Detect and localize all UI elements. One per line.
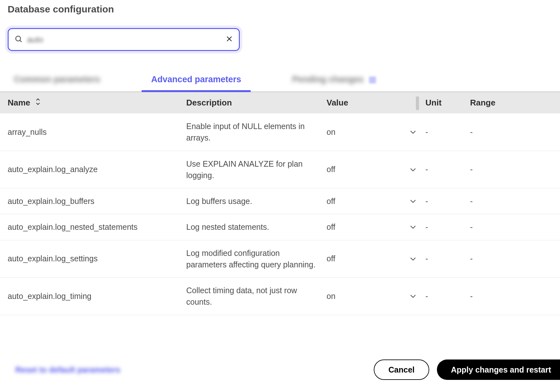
param-value: off — [327, 165, 335, 174]
table-row: auto_explain.log_buffersLog buffers usag… — [0, 188, 560, 214]
param-unit: - — [425, 165, 470, 174]
param-unit: - — [425, 292, 470, 301]
param-name: array_nulls — [8, 127, 186, 137]
column-name-header[interactable]: Name — [8, 98, 186, 108]
value-dropdown[interactable] — [409, 255, 417, 263]
parameters-table: Name Description Value Unit Range array_… — [0, 92, 560, 315]
column-description-header: Description — [186, 98, 327, 108]
param-value-cell: off — [327, 165, 425, 174]
column-label: Range — [470, 98, 495, 108]
param-range: - — [470, 127, 547, 137]
param-value: off — [327, 222, 335, 232]
column-label: Name — [8, 98, 30, 108]
param-description: Log buffers usage. — [186, 195, 327, 207]
tab-advanced-parameters[interactable]: Advanced parameters — [145, 69, 247, 91]
param-value-cell: on — [327, 127, 425, 137]
column-label: Unit — [425, 98, 442, 108]
value-dropdown[interactable] — [409, 292, 417, 300]
value-dropdown[interactable] — [409, 197, 417, 205]
tabs: Common parameters Advanced parameters Pe… — [0, 69, 560, 92]
table-row: auto_explain.log_timingCollect timing da… — [0, 278, 560, 315]
scrollbar-thumb[interactable] — [416, 96, 419, 110]
param-value: on — [327, 127, 335, 137]
param-name: auto_explain.log_analyze — [8, 165, 186, 174]
chevron-down-icon — [409, 292, 417, 300]
param-description: Use EXPLAIN ANALYZE for plan logging. — [186, 158, 327, 181]
apply-button[interactable]: Apply changes and restart — [437, 359, 560, 380]
chevron-down-icon — [409, 223, 417, 231]
reset-defaults-link[interactable]: Reset to default parameters — [15, 365, 120, 374]
table-row: auto_explain.log_analyzeUse EXPLAIN ANAL… — [0, 151, 560, 189]
param-value: off — [327, 197, 335, 206]
table-row: array_nullsEnable input of NULL elements… — [0, 113, 560, 151]
value-dropdown[interactable] — [409, 165, 417, 174]
param-value: on — [327, 292, 335, 301]
tab-label: Pending changes — [292, 75, 364, 84]
param-range: - — [470, 222, 547, 232]
column-label: Description — [186, 98, 232, 108]
column-range-header: Range — [470, 98, 547, 108]
tab-pending-changes[interactable]: Pending changes — [286, 69, 382, 91]
svg-line-1 — [20, 40, 22, 42]
param-description: Log modified configuration parameters af… — [186, 247, 327, 271]
param-value-cell: off — [327, 222, 425, 232]
tab-label: Advanced parameters — [151, 75, 241, 84]
param-value-cell: off — [327, 254, 425, 263]
table-row: auto_explain.log_settingsLog modified co… — [0, 240, 560, 278]
param-name: auto_explain.log_nested_statements — [8, 222, 186, 232]
param-range: - — [470, 197, 547, 206]
footer-actions: Cancel Apply changes and restart — [374, 359, 560, 380]
tab-common-parameters[interactable]: Common parameters — [8, 69, 107, 91]
param-range: - — [470, 165, 547, 174]
param-range: - — [470, 254, 547, 263]
param-unit: - — [425, 254, 470, 263]
search-icon — [14, 35, 23, 44]
table-body: array_nullsEnable input of NULL elements… — [0, 113, 560, 315]
pending-count-badge — [369, 76, 376, 83]
cancel-button[interactable]: Cancel — [374, 359, 429, 380]
param-unit: - — [425, 197, 470, 206]
param-value: off — [327, 254, 335, 263]
chevron-down-icon — [409, 128, 417, 136]
chevron-down-icon — [409, 255, 417, 263]
search-container — [8, 28, 240, 51]
param-name: auto_explain.log_settings — [8, 254, 186, 263]
column-value-header: Value — [327, 98, 425, 108]
search-input[interactable] — [27, 35, 221, 45]
svg-point-0 — [16, 36, 20, 41]
param-description: Log nested statements. — [186, 221, 327, 233]
param-name: auto_explain.log_buffers — [8, 197, 186, 206]
column-unit-header: Unit — [425, 98, 470, 108]
param-value-cell: on — [327, 292, 425, 301]
clear-search-icon[interactable] — [225, 35, 233, 44]
table-header: Name Description Value Unit Range — [0, 92, 560, 113]
param-unit: - — [425, 222, 470, 232]
page-title: Database configuration — [0, 0, 560, 15]
param-range: - — [470, 292, 547, 301]
param-description: Enable input of NULL elements in arrays. — [186, 120, 327, 144]
param-value-cell: off — [327, 197, 425, 206]
param-name: auto_explain.log_timing — [8, 292, 186, 301]
search-field[interactable] — [8, 28, 240, 51]
tab-label: Common parameters — [14, 75, 100, 84]
sort-icon[interactable] — [35, 98, 41, 108]
column-label: Value — [327, 98, 348, 108]
param-unit: - — [425, 127, 470, 137]
chevron-down-icon — [409, 197, 417, 205]
param-description: Collect timing data, not just row counts… — [186, 285, 327, 308]
footer: Reset to default parameters Cancel Apply… — [0, 351, 560, 392]
chevron-down-icon — [409, 165, 417, 174]
value-dropdown[interactable] — [409, 128, 417, 136]
table-row: auto_explain.log_nested_statementsLog ne… — [0, 214, 560, 240]
value-dropdown[interactable] — [409, 223, 417, 231]
